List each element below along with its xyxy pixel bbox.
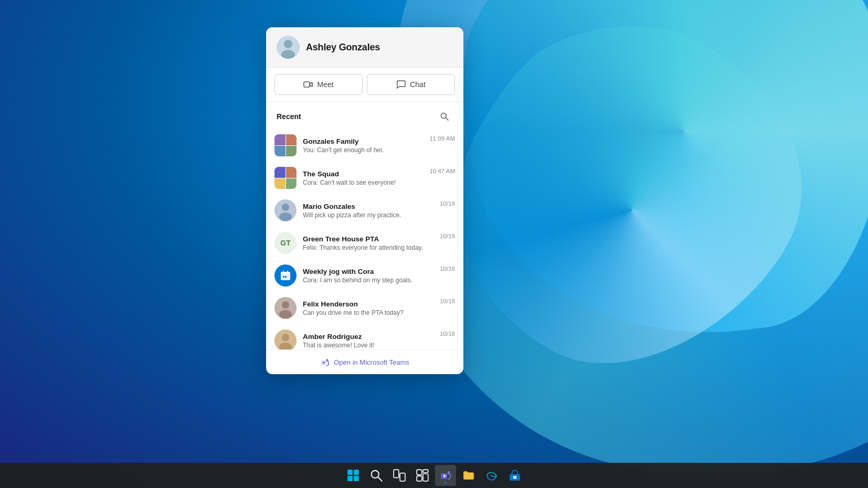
svg-point-21: [326, 359, 328, 360]
list-item[interactable]: Mario Gonzales Will pick up pizza after …: [266, 194, 463, 227]
chat-content: Green Tree House PTA Felix: Thanks every…: [303, 235, 433, 251]
avatar: [274, 330, 297, 349]
chat-name: The Squad: [303, 170, 423, 178]
meet-icon: [303, 80, 313, 89]
chat-content: Gonzales Family You: Can't get enough of…: [303, 137, 423, 154]
chat-preview: Cora: I am so behind on my step goals.: [303, 277, 433, 284]
chat-name: Felix Henderson: [303, 300, 433, 308]
svg-rect-10: [281, 272, 290, 274]
svg-rect-31: [417, 470, 422, 475]
list-item[interactable]: Felix Henderson Can you drive me to the …: [266, 292, 463, 324]
chat-name: Green Tree House PTA: [303, 235, 433, 243]
svg-rect-26: [354, 476, 359, 481]
svg-rect-25: [347, 476, 353, 481]
chat-name: Weekly jog with Cora: [303, 268, 433, 275]
svg-rect-33: [417, 476, 422, 481]
chat-name: Amber Rodriguez: [303, 333, 433, 341]
avatar: GT: [274, 232, 297, 254]
chat-time: 11:09 AM: [429, 135, 455, 142]
open-teams-label: Open in Microsoft Teams: [334, 358, 409, 366]
svg-point-35: [448, 471, 450, 473]
edge-icon[interactable]: [481, 465, 502, 486]
chat-time: 10/18: [440, 298, 455, 304]
widgets-icon[interactable]: [412, 465, 433, 486]
avatar: [274, 167, 297, 189]
chat-preview: You: Can't get enough of her.: [303, 146, 423, 154]
chat-content: The Squad Cora: Can't wait to see everyo…: [303, 170, 423, 186]
calendar-icon: [280, 270, 291, 281]
task-view-icon[interactable]: [389, 465, 410, 486]
recent-header: Recent: [266, 102, 463, 129]
avatar: [274, 297, 297, 319]
chat-preview: Can you drive me to the PTA today?: [303, 309, 433, 316]
avatar: [274, 264, 297, 287]
svg-rect-13: [283, 276, 284, 278]
svg-rect-34: [423, 474, 428, 481]
chat-preview: Cora: Can't wait to see everyone!: [303, 179, 423, 186]
taskbar: [0, 463, 868, 488]
svg-rect-23: [347, 470, 353, 475]
svg-rect-38: [513, 476, 517, 479]
svg-rect-3: [304, 82, 310, 87]
panel-header: Ashley Gonzales: [266, 27, 463, 68]
list-item[interactable]: Gonzales Family You: Can't get enough of…: [266, 129, 463, 162]
open-in-teams-button[interactable]: Open in Microsoft Teams: [266, 349, 463, 374]
svg-line-28: [378, 477, 382, 481]
chat-time: 10/18: [440, 266, 455, 272]
avatar: [274, 134, 297, 156]
chat-content: Felix Henderson Can you drive me to the …: [303, 300, 433, 316]
teams-panel: Ashley Gonzales Meet Chat Recent: [266, 27, 463, 374]
list-item[interactable]: Amber Rodriguez That is awesome! Love it…: [266, 324, 463, 349]
search-recent-button[interactable]: [436, 108, 453, 125]
user-display-name: Ashley Gonzales: [306, 42, 380, 53]
svg-point-19: [282, 334, 289, 341]
user-avatar: [277, 36, 300, 59]
svg-line-5: [446, 118, 449, 121]
svg-point-17: [279, 310, 292, 319]
chat-content: Amber Rodriguez That is awesome! Love it…: [303, 333, 433, 349]
svg-rect-14: [285, 276, 287, 278]
chat-button[interactable]: Chat: [367, 74, 455, 95]
chat-preview: Felix: Thanks everyone for attending tod…: [303, 244, 433, 251]
search-icon: [440, 112, 449, 121]
teams-taskbar-icon[interactable]: [435, 465, 456, 486]
svg-point-7: [282, 204, 289, 211]
chat-time: 10/19: [440, 200, 455, 207]
file-explorer-icon[interactable]: [458, 465, 479, 486]
search-taskbar-icon[interactable]: [366, 465, 387, 486]
svg-rect-32: [423, 470, 428, 472]
chat-list: Gonzales Family You: Can't get enough of…: [266, 129, 463, 349]
list-item[interactable]: GT Green Tree House PTA Felix: Thanks ev…: [266, 227, 463, 259]
chat-time: 10/19: [440, 233, 455, 239]
chat-content: Mario Gonzales Will pick up pizza after …: [303, 203, 433, 219]
svg-point-16: [282, 301, 289, 309]
svg-point-8: [279, 213, 292, 221]
chat-name: Gonzales Family: [303, 137, 423, 145]
chat-content: Weekly jog with Cora Cora: I am so behin…: [303, 268, 433, 284]
action-buttons-container: Meet Chat: [266, 68, 463, 102]
svg-rect-24: [354, 470, 359, 475]
chat-preview: That is awesome! Love it!: [303, 342, 433, 349]
chat-icon: [396, 80, 406, 89]
list-item[interactable]: Weekly jog with Cora Cora: I am so behin…: [266, 259, 463, 292]
chat-name: Mario Gonzales: [303, 203, 433, 210]
chat-time: 10:47 AM: [429, 168, 455, 174]
store-icon[interactable]: [504, 465, 525, 486]
chat-time: 10/18: [440, 331, 455, 337]
svg-point-1: [284, 40, 292, 48]
start-icon[interactable]: [343, 465, 364, 486]
teams-icon: [320, 357, 330, 367]
chat-preview: Will pick up pizza after my practice.: [303, 211, 433, 219]
svg-rect-29: [394, 470, 399, 478]
svg-rect-30: [400, 473, 405, 481]
list-item[interactable]: The Squad Cora: Can't wait to see everyo…: [266, 162, 463, 194]
avatar: [274, 199, 297, 221]
recent-label: Recent: [277, 112, 301, 121]
meet-button[interactable]: Meet: [274, 74, 363, 95]
